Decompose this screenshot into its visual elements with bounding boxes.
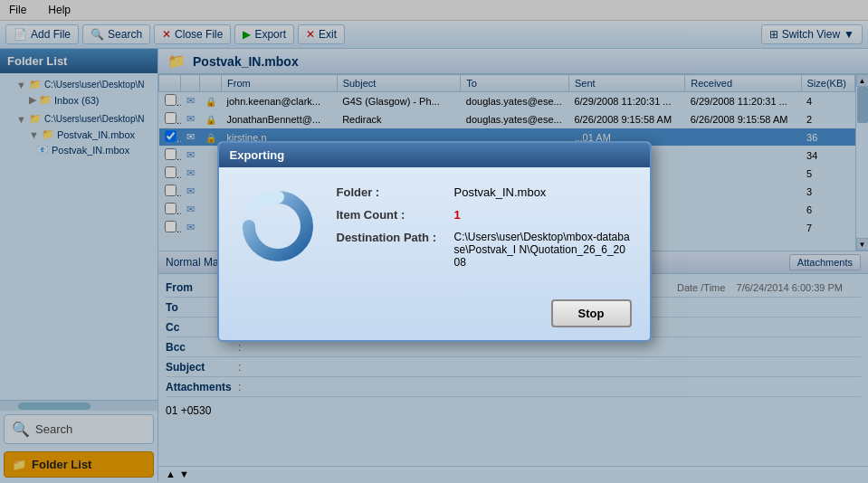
- dialog-title: Exporting: [230, 148, 285, 162]
- stop-button[interactable]: Stop: [551, 299, 632, 327]
- dialog-row-folder: Folder : Postvak_IN.mbox: [337, 185, 632, 199]
- dialog-spinner: [237, 185, 319, 267]
- export-dialog-overlay: Exporting Folder :: [0, 0, 868, 483]
- dialog-folder-label: Folder :: [337, 185, 454, 199]
- dialog-info: Folder : Postvak_IN.mbox Item Count : 1 …: [337, 185, 632, 278]
- dialog-body: Folder : Postvak_IN.mbox Item Count : 1 …: [219, 167, 650, 292]
- dialog-dest-path-label: Destination Path :: [337, 231, 454, 244]
- export-dialog: Exporting Folder :: [217, 141, 652, 342]
- dialog-dest-path-value: C:\Users\user\Desktop\mbox-database\Post…: [454, 231, 632, 269]
- dialog-row-item-count: Item Count : 1: [337, 208, 632, 222]
- dialog-row-dest-path: Destination Path : C:\Users\user\Desktop…: [337, 231, 632, 269]
- spinner-svg: [242, 190, 314, 262]
- dialog-item-count-value: 1: [454, 208, 461, 222]
- dialog-item-count-label: Item Count :: [337, 208, 454, 222]
- dialog-title-bar: Exporting: [219, 143, 650, 167]
- dialog-folder-value: Postvak_IN.mbox: [454, 185, 547, 199]
- dialog-footer: Stop: [219, 292, 650, 340]
